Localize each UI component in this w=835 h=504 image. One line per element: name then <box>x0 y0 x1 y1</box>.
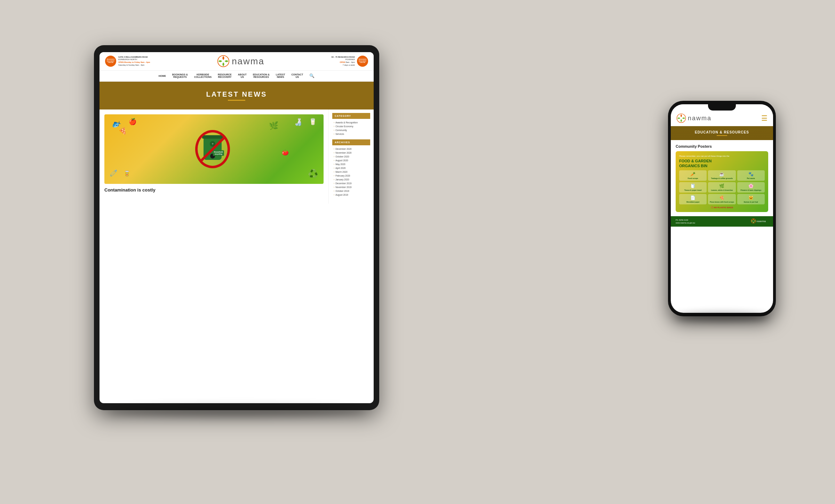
teabags-icon: ☕ <box>709 172 734 177</box>
header-right: 63 - 75 RESEARCH ROAD POORAKA OPEN 8am -… <box>332 56 368 67</box>
phone-device: nawma ☰ EDUCATION & RESOURCES Community … <box>668 101 776 316</box>
shredded-label: Shredded paper <box>681 201 705 203</box>
phone-frame: nawma ☰ EDUCATION & RESOURCES Community … <box>668 101 776 316</box>
latest-news-banner: LATEST NEWS <box>100 82 374 109</box>
address-line1-right: 63 - 75 RESEARCH ROAD <box>332 56 355 59</box>
phone-main: Community Posters Please remember, you c… <box>671 140 773 216</box>
archive-aug-2019[interactable]: August 2019 <box>332 193 370 197</box>
shredded-icon: 📄 <box>681 195 705 200</box>
news-area: 🐟 🍎 🍕 🌿 🍶 🥛 ♻️ 🧷 🥫 🍅 <box>100 109 328 204</box>
latest-news-title: LATEST NEWS <box>206 90 267 98</box>
grid-leaves: 🌿 Leaves, sticks & branches <box>708 182 735 193</box>
hair-icon: 🐱 <box>739 195 763 200</box>
bin-label: Householdrecycling <box>213 150 224 156</box>
pet-waste-label: Pet waste <box>739 177 763 179</box>
header-address-right: 63 - 75 RESEARCH ROAD POORAKA OPEN 8am -… <box>332 56 355 67</box>
svg-text:nawma: nawma <box>756 220 766 223</box>
archive-dec-2020[interactable]: December 2020 <box>332 147 370 151</box>
tablet-frame: RESOURCERECOVERYCENTRE GATE 3 BELLCHAMBE… <box>94 45 379 410</box>
open-days-right: 7 days a week <box>332 64 355 67</box>
bin-cross-container: ? <box>199 133 226 165</box>
diaper-icon: 🧷 <box>110 169 117 177</box>
archive-dec-2019[interactable]: December 2019 <box>332 181 370 185</box>
poster-bin-name: FOOD & GARDENORGANICS BIN <box>679 159 765 168</box>
phone-logo-icon <box>676 113 686 123</box>
open-hours-right: OPEN 8am - 4pm <box>332 61 355 64</box>
header-left: RESOURCERECOVERYCENTRE GATE 3 BELLCHAMBE… <box>105 56 150 67</box>
archive-may-2020[interactable]: May 2020 <box>332 162 370 166</box>
footer-phone: Ph: 8259 2100 <box>676 219 695 221</box>
archive-oct-2019[interactable]: October 2019 <box>332 189 370 193</box>
pizza-label: Pizza boxes with food scraps <box>709 201 734 203</box>
grid-food-scraps: 🥕 Food scraps <box>679 170 707 181</box>
archive-apr-2020[interactable]: April 2020 <box>332 166 370 170</box>
poster-reminder: Please remember, you can put all these t… <box>679 155 765 157</box>
footer-website: www.nawma.sa.gov.au <box>676 221 695 224</box>
tablet-device: RESOURCERECOVERYCENTRE GATE 3 BELLCHAMBE… <box>94 45 379 410</box>
nav-about[interactable]: ABOUTUS <box>238 73 247 78</box>
tissue-label: Tissue & paper towel <box>681 189 705 191</box>
nav-home[interactable]: HOME <box>159 75 166 77</box>
address-line1-left: GATE 3 BELLCHAMBERS ROAD <box>118 56 150 59</box>
nav-resource[interactable]: RESOURCERECOVERY <box>218 73 232 78</box>
no-plastic-label: 🚫 NO PLASTIC BAGS <box>679 206 765 209</box>
tomato-icon: 🍅 <box>282 149 289 156</box>
teabags-label: Teabags & coffee grounds <box>709 177 734 179</box>
site-nav: HOME BOOKINGS &REQUESTS KERBSIDECOLLECTI… <box>100 71 374 82</box>
leaf-icon: 🌿 <box>269 121 278 130</box>
rrc-badge-left: RESOURCERECOVERYCENTRE <box>105 56 116 67</box>
phone-poster: Please remember, you can put all these t… <box>676 151 768 212</box>
grid-hair: 🐱 Human & pet hair <box>737 194 765 204</box>
archive-aug-2020[interactable]: August 2020 <box>332 158 370 162</box>
tablet-shadow <box>108 407 365 417</box>
phone-banner-line <box>717 135 727 136</box>
phone-banner: EDUCATION & RESOURCES <box>671 126 773 140</box>
sidebar-item-services[interactable]: Services <box>332 132 370 136</box>
archive-oct-2020[interactable]: October 2020 <box>332 155 370 158</box>
nav-contact[interactable]: CONTACTUS <box>291 73 303 78</box>
nav-education[interactable]: EDUCATION &RESOURCES <box>253 73 270 78</box>
phone-nawma-logo: nawma <box>676 113 711 123</box>
poster-grid: 🥕 Food scraps ☕ Teabags & coffee grounds… <box>679 170 765 204</box>
archive-feb-2020[interactable]: February 2020 <box>332 174 370 178</box>
phone-shadow <box>675 313 769 322</box>
tablet-screen: RESOURCERECOVERYCENTRE GATE 3 BELLCHAMBE… <box>100 52 374 403</box>
hamburger-menu[interactable]: ☰ <box>761 114 768 122</box>
pizza-icon: 🍕 <box>118 127 127 135</box>
sidebar-item-circular[interactable]: Circular Economy <box>332 124 370 128</box>
apple-icon: 🍎 <box>129 118 136 125</box>
grid-pizza: 🍕 Pizza boxes with food scraps <box>708 194 735 204</box>
nav-kerbside[interactable]: KERBSIDECOLLECTIONS <box>194 73 212 78</box>
nav-latest[interactable]: LATESTNEWS <box>276 73 285 78</box>
open-hours-left: OPEN Monday to Friday 8am - 4pm <box>118 61 150 64</box>
main-content: 🐟 🍎 🍕 🌿 🍶 🥛 ♻️ 🧷 🥫 🍅 <box>100 109 374 204</box>
site-header: RESOURCERECOVERYCENTRE GATE 3 BELLCHAMBE… <box>100 52 374 71</box>
flowers-icon: 🌸 <box>739 184 763 188</box>
nawma-logo-icon <box>217 55 230 67</box>
phone-section-title: Community Posters <box>676 144 768 148</box>
leaves-icon: 🌿 <box>709 184 734 188</box>
bottle-icon: 🍶 <box>294 118 303 126</box>
nav-bookings[interactable]: BOOKINGS &REQUESTS <box>172 73 188 78</box>
grid-shredded: 📄 Shredded paper <box>679 194 707 204</box>
archive-mar-2020[interactable]: March 2020 <box>332 170 370 174</box>
phone-banner-title: EDUCATION & RESOURCES <box>676 130 768 134</box>
archive-nov-2020[interactable]: November 2020 <box>332 151 370 155</box>
archive-nov-2019[interactable]: November 2019 <box>332 185 370 189</box>
open-hours-left2: Saturday & Sunday 9am - 3pm <box>118 64 150 67</box>
hair-label: Human & pet hair <box>739 201 763 203</box>
banner-underline <box>228 100 245 101</box>
address-line2-right: POORAKA <box>332 58 355 61</box>
food-scraps-label: Food scraps <box>681 177 705 179</box>
sidebar-item-awards[interactable]: Awards & Recognition <box>332 121 370 124</box>
sidebar-item-community[interactable]: Community <box>332 128 370 132</box>
archive-jan-2020[interactable]: January 2020 <box>332 178 370 181</box>
grid-tissue: 🧻 Tissue & paper towel <box>679 182 707 193</box>
category-section: CATEGORY Awards & Recognition Circular E… <box>332 113 370 136</box>
archives-title: ARCHIVES <box>332 139 370 145</box>
search-icon[interactable]: 🔍 <box>309 73 315 78</box>
pet-waste-icon: 🐾 <box>739 172 763 177</box>
phone-logo-text: nawma <box>688 115 711 122</box>
can-icon: 🥫 <box>124 170 130 177</box>
cup-icon: 🥛 <box>309 118 317 125</box>
